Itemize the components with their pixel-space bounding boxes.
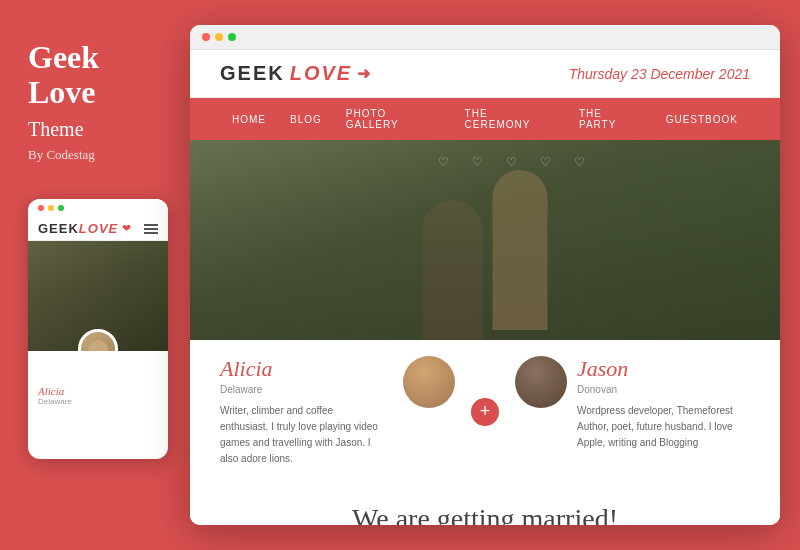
app-title: Geek Love [28,40,99,110]
nav-the-ceremony[interactable]: THE CEREMONY [453,98,567,140]
mobile-logo-geek: GEEK [38,221,79,236]
app-subtitle: Theme [28,118,84,141]
browser-dot-red [202,33,210,41]
browser-dot-yellow [215,33,223,41]
mobile-mockup: GEEKLOVE ❤ Alicia Delaware [28,199,168,459]
jason-avatar [515,356,567,408]
hamburger-line [144,228,158,230]
site-hero-image: ♡ ♡ ♡ ♡ ♡ [190,140,780,340]
alicia-block: Alicia Delaware Writer, climber and coff… [220,356,393,467]
alicia-location: Delaware [220,384,393,395]
alicia-name: Alicia [220,356,393,382]
nav-the-party[interactable]: THE PARTY [567,98,654,140]
hamburger-line [144,232,158,234]
mobile-top-bar [28,199,168,215]
mobile-logo-love: LOVE [79,221,118,236]
hero-hearts-decoration: ♡ ♡ ♡ ♡ ♡ [438,155,595,170]
browser-dot-green [228,33,236,41]
logo-arrow-icon: ➜ [357,64,372,83]
title-geek: Geek [28,39,99,75]
jason-name: Jason [577,356,750,382]
site-date: Thursday 23 December 2021 [569,66,750,82]
site-logo: GEEKLOVE ➜ [220,62,372,85]
jason-bio: Wordpress developer, Themeforest Author,… [577,403,737,451]
hamburger-line [144,224,158,226]
nav-photo-gallery[interactable]: PHOTO GALLERY [334,98,453,140]
mobile-location: Delaware [38,397,158,406]
mobile-name: Alicia [38,385,158,397]
mobile-dot-red [38,205,44,211]
app-by: By Codestag [28,147,95,163]
jason-block: Jason Donovan Wordpress developer, Theme… [577,356,750,451]
wedding-text-section: We are getting married! Thursday 23 Dece… [190,483,780,525]
nav-guestbook[interactable]: GUESTBOOK [654,104,750,135]
wedding-headline: We are getting married! [220,503,750,525]
hero-person-right [493,170,548,330]
mobile-dot-yellow [48,205,54,211]
browser-mockup: GEEKLOVE ➜ Thursday 23 December 2021 HOM… [190,25,780,525]
mobile-logo-bar: GEEKLOVE ❤ [28,215,168,241]
logo-geek: GEEK [220,62,285,85]
site-header: GEEKLOVE ➜ Thursday 23 December 2021 [190,50,780,98]
mobile-heart-icon: ❤ [122,222,131,235]
mobile-avatar [78,329,118,351]
alicia-avatar [403,356,455,408]
nav-blog[interactable]: BLOG [278,104,334,135]
alicia-bio: Writer, climber and coffee enthusiast. I… [220,403,380,467]
browser-top-bar [190,25,780,50]
left-panel: Geek Love Theme By Codestag GEEKLOVE ❤ [0,0,190,550]
jason-location: Donovan [577,384,750,395]
mobile-logo: GEEKLOVE [38,221,118,236]
plus-icon: + [471,398,499,426]
site-nav: HOME BLOG PHOTO GALLERY THE CEREMONY THE… [190,98,780,140]
nav-home[interactable]: HOME [220,104,278,135]
hero-person-left [423,200,483,340]
title-love: Love [28,74,96,110]
logo-love: LOVE [290,62,352,85]
couple-section: Alicia Delaware Writer, climber and coff… [190,340,780,483]
mobile-hero-image [28,241,168,351]
mobile-hamburger-icon[interactable] [144,224,158,234]
mobile-dot-green [58,205,64,211]
